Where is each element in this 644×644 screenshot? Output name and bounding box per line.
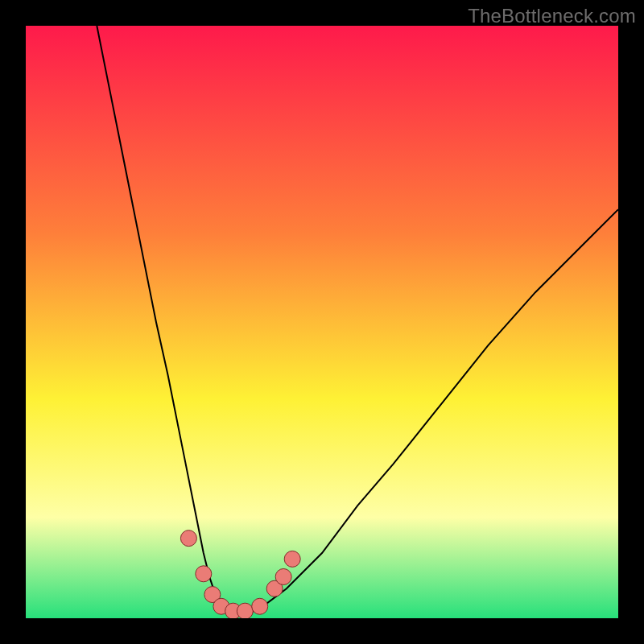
curve-marker xyxy=(252,598,268,614)
bottleneck-chart xyxy=(26,26,618,618)
watermark: TheBottleneck.com xyxy=(468,5,636,27)
curve-marker xyxy=(180,530,196,547)
chart-frame: { "watermark": "TheBottleneck.com", "col… xyxy=(0,0,644,644)
curve-marker xyxy=(284,551,300,567)
curve-marker xyxy=(196,566,212,582)
curve-marker xyxy=(275,568,291,584)
curve-marker xyxy=(237,603,253,618)
